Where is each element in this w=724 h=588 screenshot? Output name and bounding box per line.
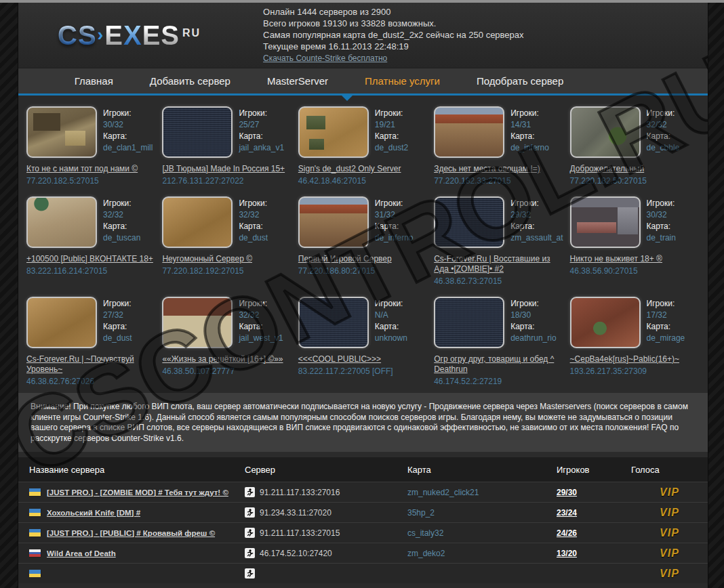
server-name-link[interactable]: <<<COOL PUBLIC>>>: [298, 354, 428, 364]
map-label: Карта:: [647, 131, 680, 142]
server-ip: 77.220.182.33:27015: [434, 176, 563, 186]
map-thumbnail[interactable]: [26, 196, 97, 248]
players-count-link[interactable]: 23/24: [557, 508, 577, 518]
map-label: Карта:: [510, 131, 549, 142]
site-logo[interactable]: CS›EXESRU: [58, 20, 201, 51]
vip-badge[interactable]: VIP: [660, 547, 679, 559]
nav-item-добавить-сервер[interactable]: Добавить сервер: [150, 75, 230, 87]
server-card: Игроки:27/32Карта:de_dustCs-Forever.Ru |…: [26, 297, 156, 386]
stat-players: Всего игроков 19130 из 33828 возможных.: [263, 18, 523, 29]
row-server-name-link[interactable]: [JUST PRO.] - [ZOMBIE MOD] # Тебя тут жд…: [47, 488, 228, 497]
players-label: Игроки:: [103, 298, 132, 310]
server-card: Игроки:17/32Карта:de_mirage~CepBa4ek[rus…: [570, 297, 700, 386]
players-value: 18/30: [510, 310, 556, 321]
server-name-link[interactable]: Огр огру друг, товарищ и обед ^ Deathrun: [434, 354, 563, 375]
server-card-info: Игроки:27/32Карта:de_dust: [103, 297, 132, 348]
server-name-link[interactable]: +100500 [Public] ВКОНТАКТЕ 18+: [26, 254, 156, 264]
players-label: Игроки:: [103, 108, 153, 119]
server-name-link[interactable]: Кто не с нами тот под нами ©: [26, 164, 156, 174]
row-vote-cell: VIP: [660, 568, 679, 580]
map-value: zm_assault_at: [510, 232, 563, 244]
map-thumbnail[interactable]: [298, 106, 369, 158]
map-thumbnail[interactable]: [162, 297, 233, 348]
server-ip: 46.174.52.2:27219: [434, 377, 563, 386]
map-thumbnail[interactable]: [434, 106, 504, 158]
map-thumbnail[interactable]: [570, 297, 641, 348]
row-vote-cell: VIP: [660, 547, 679, 560]
logo-arrow-icon: ›: [98, 24, 104, 45]
map-thumbnail[interactable]: [26, 297, 97, 348]
cs-player-icon: [245, 487, 255, 497]
server-name-link[interactable]: Здесь нет места овощам !=): [434, 164, 563, 174]
map-value: jail_anka_v1: [239, 142, 284, 154]
server-card-info: Игроки:32/32Карта:de_tuscan: [103, 196, 140, 248]
players-value: 32/32: [239, 209, 268, 221]
nav-item-masterserver[interactable]: MasterServer: [267, 75, 328, 87]
map-thumbnail[interactable]: [26, 106, 97, 158]
row-players-cell: 23/24: [557, 508, 631, 518]
server-card: Игроки:19/21Карта:de_dust2Sign's de_dust…: [298, 106, 428, 186]
server-card-top: Игроки:30/32Карта:de_clan1_mill: [26, 106, 156, 158]
server-name-link[interactable]: Первый Игровой Сервер: [298, 254, 428, 264]
map-thumbnail[interactable]: [434, 196, 504, 248]
vip-badge[interactable]: VIP: [660, 568, 679, 579]
row-server-name-link[interactable]: [JUST PRO.] - [PUBLIC] # Кровавый фреш ©: [47, 529, 215, 537]
row-vote-cell: VIP: [660, 486, 679, 499]
map-thumbnail[interactable]: [162, 196, 233, 248]
map-thumbnail[interactable]: [570, 106, 641, 158]
row-name-cell: [JUST PRO.] - [PUBLIC] # Кровавый фреш ©: [29, 529, 245, 537]
map-thumbnail[interactable]: [298, 297, 369, 348]
vip-badge[interactable]: VIP: [660, 507, 679, 518]
server-name-link[interactable]: Никто не выживет 18+ ®: [570, 254, 700, 264]
server-card-top: Игроки:18/30Карта:deathrun_rio: [434, 297, 563, 348]
row-server-address-cell: 91.211.117.133:27016: [245, 487, 407, 497]
server-ip: 83.222.117.2:27005 [OFF]: [298, 366, 428, 376]
server-name-link[interactable]: Доброжелательный: [570, 164, 700, 174]
server-name-link[interactable]: ««Жизнь за решёткой [16+] ©»»: [162, 354, 291, 364]
server-name-link[interactable]: ~CepBa4ek[rus]~Pablic(16+)~: [570, 354, 700, 364]
row-map-cell: zm_deko2: [407, 549, 557, 558]
server-name-link[interactable]: Sign's de_dust2 Only Server: [298, 164, 428, 174]
nav-item-главная[interactable]: Главная: [75, 75, 113, 87]
map-thumbnail[interactable]: [298, 196, 369, 248]
row-server-name-link[interactable]: Хохольский Knife [DM] #: [47, 509, 140, 517]
table-row: Хохольский Knife [DM] #91.234.33.11:2702…: [18, 502, 708, 522]
download-cs-link[interactable]: Скачать Counte-Strike бесплатно: [263, 53, 387, 64]
map-label: Карта:: [239, 321, 283, 333]
players-count-link[interactable]: 24/26: [557, 528, 577, 538]
server-name-link[interactable]: Cs-Forever.Ru | ~Почувствуй Уровень~: [26, 354, 156, 375]
map-thumbnail[interactable]: [434, 297, 504, 348]
server-card-info: Игроки:32/32Карта:jail_west_v1: [239, 297, 283, 348]
server-name-link[interactable]: [JB Тюрьма] Made In Россия 15+: [162, 164, 291, 174]
players-label: Игроки:: [103, 198, 140, 209]
server-card-top: Игроки:17/32Карта:de_mirage: [570, 297, 700, 348]
flag-icon-ua: [29, 509, 41, 516]
players-count-link[interactable]: 13/20: [557, 549, 577, 558]
map-label: Карта:: [375, 321, 407, 333]
map-thumbnail[interactable]: [162, 106, 233, 158]
map-thumbnail[interactable]: [570, 196, 641, 248]
nav-item-подобрать-сервер[interactable]: Подобрать сервер: [477, 75, 563, 87]
table-header-row: Название сервераСерверКартаИгроковГолоса: [18, 457, 708, 482]
row-server-name-link[interactable]: Wild Area of Death: [47, 549, 116, 558]
vip-badge[interactable]: VIP: [660, 527, 679, 539]
server-ip: 77.220.186.80:27015: [298, 266, 428, 276]
server-ip: 83.222.116.214:27015: [26, 266, 156, 276]
nav-item-платные-услуги[interactable]: Платные услуги: [365, 75, 440, 87]
players-value: 32/32: [239, 310, 283, 321]
server-card-top: Игроки:32/32Карта:de_tuscan: [26, 196, 156, 248]
players-label: Игроки:: [239, 198, 268, 209]
map-label: Карта:: [239, 131, 284, 142]
row-server-ip: 91.211.117.133:27015: [260, 528, 340, 538]
vip-badge[interactable]: VIP: [660, 486, 679, 498]
server-name-link[interactable]: Неугомонный Сервер ©: [162, 254, 291, 264]
server-card-info: Игроки:32/32Карта:de_dust: [239, 196, 268, 248]
cs-player-icon: [245, 568, 255, 579]
server-name-link[interactable]: Cs-Forever.Ru | Восставшие из Ада •[ZOMB…: [434, 254, 563, 274]
row-server-ip: 46.174.52.10:27420: [260, 549, 332, 558]
row-name-cell: Хохольский Knife [DM] #: [29, 509, 245, 517]
row-map-cell: cs_italy32: [407, 528, 557, 538]
map-label: Карта:: [647, 221, 676, 232]
server-ip: 46.38.62.73:27015: [434, 276, 563, 286]
players-count-link[interactable]: 29/30: [557, 488, 577, 497]
